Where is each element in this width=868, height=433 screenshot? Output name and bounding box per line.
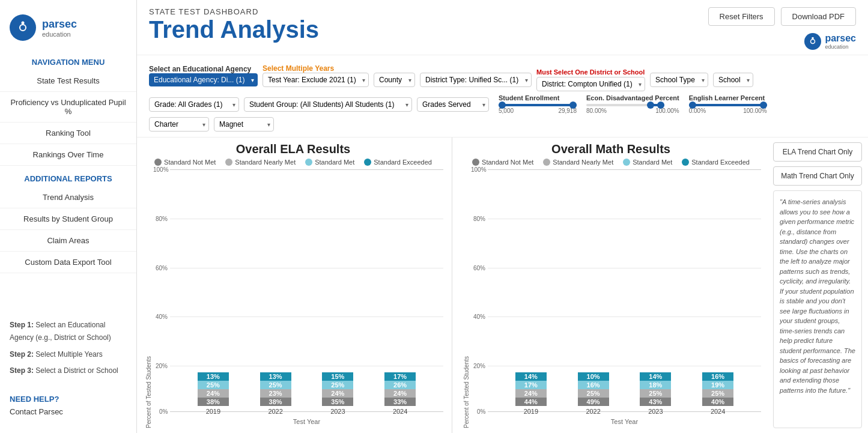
bar-segment: 26%: [384, 381, 416, 389]
reset-filters-button[interactable]: Reset Filters: [708, 7, 775, 26]
bar-stack[interactable]: 10%16%25%49%: [578, 372, 609, 406]
parsec-logo-right: parsec education: [804, 33, 856, 50]
econ-dis-slider[interactable]: [586, 104, 664, 106]
district-type-select[interactable]: District Type: Unified Sc... (1): [420, 73, 532, 87]
econ-dis-slider-section: Econ. Disadvantaged Percent 80.00% 100.0…: [586, 94, 679, 114]
bar-segment: 13%: [260, 372, 291, 381]
enrollment-slider[interactable]: [499, 104, 577, 106]
bar-group: 10%16%25%49%2022: [562, 169, 625, 415]
bar-group: 14%17%24%44%2019: [500, 169, 562, 415]
el-slider[interactable]: [689, 104, 767, 106]
legend-met: Standard Met: [305, 159, 354, 166]
bar-segment: 14%: [640, 372, 671, 381]
bar-stack[interactable]: 15%25%24%35%: [322, 372, 353, 406]
parsec-right-icon: [804, 33, 821, 50]
legend-label-exceeded: Standard Exceeded: [374, 159, 432, 166]
select-years-label: Select Multiple Years: [263, 64, 369, 73]
sidebar-item-export[interactable]: Custom Data Export Tool: [0, 252, 136, 273]
student-group-select[interactable]: Student Group: (All Students) All Studen…: [244, 97, 412, 112]
math-chart-section: Overall Math Results Standard Not Met St…: [455, 138, 767, 433]
bar-year-label: 2022: [268, 408, 282, 415]
legend-label-not-met: Standard Not Met: [164, 159, 216, 166]
enrollment-label: Student Enrollment: [499, 94, 577, 101]
ela-chart-title: Overall ELA Results: [143, 142, 443, 156]
sidebar: parsec education NAVIGATION MENU State T…: [0, 0, 137, 433]
school-select[interactable]: School: [713, 73, 753, 87]
ela-trend-chart-btn[interactable]: ELA Trend Chart Only: [773, 142, 862, 162]
bar-segment: 16%: [702, 372, 733, 381]
bar-segment: 25%: [260, 381, 291, 389]
download-pdf-button[interactable]: Download PDF: [781, 7, 856, 26]
sidebar-item-proficiency[interactable]: Proficiency vs Unduplicated Pupil %: [0, 92, 136, 123]
bar-stack[interactable]: 14%17%24%44%: [515, 372, 547, 406]
bar-group: 16%19%25%40%2024: [687, 169, 749, 415]
bar-segment: 15%: [322, 372, 353, 381]
sidebar-item-ranking[interactable]: Ranking Tool: [0, 123, 136, 144]
sidebar-logo-sub: education: [42, 31, 77, 38]
bar-group: 13%25%24%38%2019: [182, 169, 244, 415]
bar-segment: 25%: [322, 381, 353, 389]
school-type-select[interactable]: School Type: [650, 73, 708, 87]
econ-dis-label: Econ. Disadvantaged Percent: [586, 94, 679, 101]
bar-segment: 17%: [515, 381, 547, 389]
bar-group: 15%25%24%35%2023: [307, 169, 369, 415]
svg-point-2: [22, 22, 25, 25]
parsec-right-sub: education: [825, 44, 856, 50]
magnet-select[interactable]: Magnet: [214, 117, 274, 132]
bar-stack[interactable]: 14%18%25%43%: [640, 372, 671, 406]
bar-segment: 13%: [198, 372, 229, 381]
bar-segment: 24%: [322, 389, 353, 398]
filters-row-2: Grade: All Grades (1) Student Group: (Al…: [149, 94, 856, 114]
sidebar-item-rankings-over-time[interactable]: Rankings Over Time: [0, 144, 136, 166]
bar-segment: 40%: [702, 398, 733, 406]
contact-parsec-link[interactable]: Contact Parsec: [0, 406, 136, 423]
math-bar-chart: Percent of Tested Students 100% 80% 60%: [461, 169, 761, 428]
bar-segment: 10%: [578, 372, 609, 381]
bar-year-label: 2019: [206, 408, 220, 415]
bar-segment: 14%: [515, 372, 547, 381]
page-title: Trend Analysis: [149, 16, 319, 43]
bar-group: 17%26%24%33%2024: [369, 169, 431, 415]
test-year-select[interactable]: Test Year: Exclude 2021 (1): [263, 73, 369, 87]
ela-legend: Standard Not Met Standard Nearly Met Sta…: [143, 159, 443, 166]
legend-nearly-met: Standard Nearly Met: [225, 159, 296, 166]
sidebar-item-trend[interactable]: Trend Analysis: [0, 187, 136, 208]
right-panel: ELA Trend Chart Only Math Trend Chart On…: [767, 138, 868, 433]
district-select[interactable]: District: Compton Unified (1): [536, 77, 645, 91]
enrollment-slider-section: Student Enrollment 5,000 29,918: [499, 94, 577, 114]
bar-year-label: 2023: [648, 408, 663, 415]
filters-area: Select an Educational Agency Educational…: [137, 55, 868, 138]
legend-dot-nearly-met: [225, 159, 232, 166]
bar-year-label: 2024: [393, 408, 407, 415]
bar-stack[interactable]: 13%25%23%38%: [260, 372, 291, 406]
svg-point-5: [812, 37, 815, 40]
grade-select[interactable]: Grade: All Grades (1): [149, 97, 239, 112]
bar-stack[interactable]: 16%19%25%40%: [702, 372, 733, 406]
legend-label-met: Standard Met: [315, 159, 354, 166]
bar-segment: 25%: [578, 389, 609, 398]
sidebar-item-results-group[interactable]: Results by Student Group: [0, 208, 136, 230]
bar-segment: 24%: [198, 389, 229, 398]
grades-served-select[interactable]: Grades Served: [417, 97, 489, 112]
legend-exceeded: Standard Exceeded: [364, 159, 432, 166]
filters-row-1: Select an Educational Agency Educational…: [149, 60, 856, 91]
bar-stack[interactable]: 13%25%24%38%: [198, 372, 229, 406]
bar-segment: 25%: [198, 381, 229, 389]
bar-stack[interactable]: 17%26%24%33%: [384, 372, 416, 406]
ela-bar-chart: Percent of Tested Students 100% 80% 60%: [143, 169, 443, 428]
bar-segment: 44%: [515, 398, 547, 406]
page-header: STATE TEST DASHBOARD Trend Analysis Rese…: [137, 0, 868, 55]
bar-segment: 18%: [640, 381, 671, 389]
must-select-label: Must Select One District or School: [536, 68, 645, 76]
sidebar-item-claim-areas[interactable]: Claim Areas: [0, 230, 136, 252]
bar-segment: 25%: [640, 389, 671, 398]
county-select[interactable]: County: [374, 73, 415, 87]
educational-agency-select[interactable]: Educational Agency: Di... (1): [149, 73, 258, 86]
math-trend-chart-btn[interactable]: Math Trend Chart Only: [773, 166, 862, 186]
sidebar-steps: Step 1: Select an Educational Agency (e.…: [0, 309, 136, 387]
charter-select[interactable]: Charter: [149, 117, 209, 132]
bar-segment: 38%: [198, 398, 229, 406]
bar-segment: 23%: [260, 389, 291, 398]
sidebar-item-state-test[interactable]: State Test Results: [0, 70, 136, 92]
legend-label-nearly-met: Standard Nearly Met: [235, 159, 296, 166]
